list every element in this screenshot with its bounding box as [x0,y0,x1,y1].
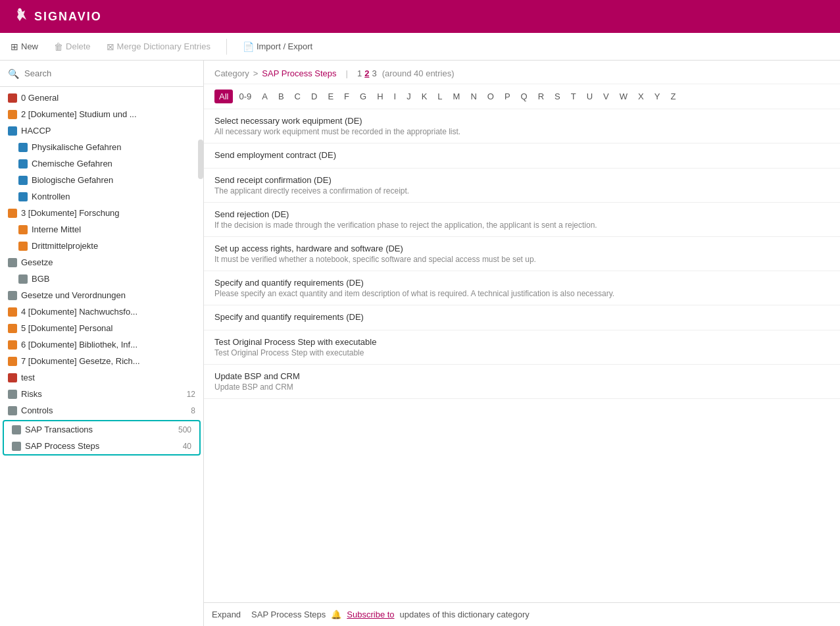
entry-description: Test Original Process Step with executab… [214,348,829,357]
letter-filter-btn-09[interactable]: 0-9 [234,90,256,103]
sidebar-item-0-general[interactable]: 0 General [0,90,203,106]
sidebar-item-label: 0 General [21,93,195,103]
logo: SIGNAVIO [11,5,102,28]
sidebar-item-haccp[interactable]: HACCP [0,122,203,139]
entry-item-2[interactable]: Send receipt confirmation (DE)The applic… [204,169,840,203]
sidebar-item-chemische[interactable]: Chemische Gefahren [0,155,203,172]
sidebar-item-bgb[interactable]: BGB [0,271,203,287]
footer-subscribe-icon: 🔔 [331,610,341,619]
letter-filter-btn-j[interactable]: J [402,90,416,103]
sidebar-item-interne-mittel[interactable]: Interne Mittel [0,221,203,238]
sidebar-item-gesetze-verordnungen[interactable]: Gesetze und Verordnungen [0,287,203,303]
search-bar: 🔍 [0,61,203,87]
entry-description: Update BSP and CRM [214,382,829,392]
subscribe-link[interactable]: Subscribe to [347,610,394,619]
letter-filter-btn-n[interactable]: N [466,90,481,103]
folder-icon [12,425,21,434]
footer-category-name: SAP Process Steps [251,610,326,619]
breadcrumb-separator: > [253,68,259,78]
letter-filter-btn-o[interactable]: O [483,90,499,103]
entry-title: Select necessary work equipment (DE) [214,116,829,126]
entry-item-7[interactable]: Test Original Process Step with executab… [204,330,840,365]
page-2-active[interactable]: 2 [364,68,369,78]
entry-description: All necessary work equipment must be rec… [214,127,829,136]
sidebar-item-2-dokumente[interactable]: 2 [Dokumente] Studium und ... [0,106,203,122]
entry-item-3[interactable]: Send rejection (DE)If the decision is ma… [204,203,840,237]
letter-filter-btn-x[interactable]: X [633,90,649,103]
letter-filter-btn-m[interactable]: M [449,90,465,103]
letter-filter-btn-k[interactable]: K [417,90,432,103]
page-1[interactable]: 1 [357,68,362,78]
svg-point-0 [18,9,22,12]
sidebar-scrollbar[interactable] [198,140,203,179]
sidebar-item-count: 12 [187,390,195,399]
letter-filter-btn-s[interactable]: S [550,90,565,103]
sidebar-item-kontrollen[interactable]: Kontrollen [0,188,203,205]
entry-title: Set up access rights, hardware and softw… [214,244,829,253]
letter-filter-btn-l[interactable]: L [433,90,447,103]
folder-icon [8,307,17,317]
sidebar-item-label: Physikalische Gefahren [32,142,195,152]
folder-icon [8,93,17,103]
sidebar-item-risks[interactable]: Risks12 [0,386,203,402]
letter-filter-btn-v[interactable]: V [599,90,614,103]
sidebar-item-controls[interactable]: Controls8 [0,402,203,419]
letter-filter-btn-f[interactable]: F [339,90,354,103]
letter-filter-btn-z[interactable]: Z [666,90,680,103]
entry-description: It must be verified whether a notebook, … [214,255,829,264]
merge-button[interactable]: ⊠ Merge Dictionary Entries [107,41,210,52]
sidebar-item-physikalische[interactable]: Physikalische Gefahren [0,139,203,155]
letter-filter-btn-y[interactable]: Y [650,90,665,103]
letter-filter-btn-w[interactable]: W [615,90,632,103]
sidebar-item-6-dokumente[interactable]: 6 [Dokumente] Bibliothek, Inf... [0,336,203,353]
merge-icon: ⊠ [107,41,114,52]
letter-filter-btn-t[interactable]: T [566,90,581,103]
letter-filter-btn-d[interactable]: D [307,90,322,103]
folder-icon [18,192,28,201]
letter-filter-btn-c[interactable]: C [290,90,305,103]
entry-item-0[interactable]: Select necessary work equipment (DE)All … [204,109,840,143]
sidebar-item-drittmittelprojekte[interactable]: Drittmittelprojekte [0,238,203,254]
entries-info: (around 40 entries) [382,68,455,78]
letter-filter-btn-a[interactable]: A [257,90,272,103]
delete-button[interactable]: 🗑 Delete [54,41,91,52]
sidebar-item-5-dokumente[interactable]: 5 [Dokumente] Personal [0,320,203,336]
entry-item-1[interactable]: Send employment contract (DE) [204,143,840,169]
toolbar-divider [226,39,227,55]
expand-button[interactable]: Expand [212,610,241,619]
sidebar-item-biologische[interactable]: Biologische Gefahren [0,172,203,188]
entry-item-4[interactable]: Set up access rights, hardware and softw… [204,237,840,271]
letter-filter-btn-i[interactable]: I [389,90,401,103]
entry-item-5[interactable]: Specify and quantify requirements (DE)Pl… [204,271,840,305]
new-button[interactable]: ⊞ New [11,41,38,52]
sidebar-item-test[interactable]: test [0,369,203,386]
letter-filter-btn-u[interactable]: U [582,90,597,103]
sidebar-item-sap-process-steps[interactable]: SAP Process Steps40 [4,438,199,454]
logo-text: SIGNAVIO [34,10,102,24]
letter-filter-btn-b[interactable]: B [274,90,289,103]
sidebar-item-4-dokumente[interactable]: 4 [Dokumente] Nachwuchsfo... [0,303,203,320]
letter-filter-btn-h[interactable]: H [372,90,387,103]
import-export-button[interactable]: 📄 Import / Export [243,41,312,52]
page-3[interactable]: 3 [372,68,376,78]
sidebar-item-gesetze[interactable]: Gesetze [0,254,203,271]
search-input[interactable] [24,68,195,78]
sidebar-item-label: test [21,373,195,382]
entry-item-8[interactable]: Update BSP and CRMUpdate BSP and CRM [204,365,840,399]
entry-item-6[interactable]: Specify and quantify requirements (DE) [204,305,840,330]
folder-icon [8,373,17,382]
breadcrumb: Category > SAP Process Steps | 1 2 3 (ar… [204,61,840,84]
letter-filter-btn-all[interactable]: All [214,90,233,103]
sidebar-item-7-dokumente[interactable]: 7 [Dokumente] Gesetze, Rich... [0,353,203,369]
folder-icon [18,176,28,185]
letter-filter-btn-e[interactable]: E [323,90,338,103]
folder-icon [12,442,21,451]
sidebar-item-sap-transactions[interactable]: SAP Transactions500 [4,421,199,438]
sidebar-item-label: Chemische Gefahren [32,159,195,169]
letter-filter-btn-q[interactable]: Q [516,90,532,103]
letter-filter-btn-g[interactable]: G [355,90,371,103]
letter-filter-btn-r[interactable]: R [533,90,549,103]
breadcrumb-divider: | [346,68,348,78]
letter-filter-btn-p[interactable]: P [500,90,515,103]
sidebar-item-3-dokumente[interactable]: 3 [Dokumente] Forschung [0,205,203,221]
